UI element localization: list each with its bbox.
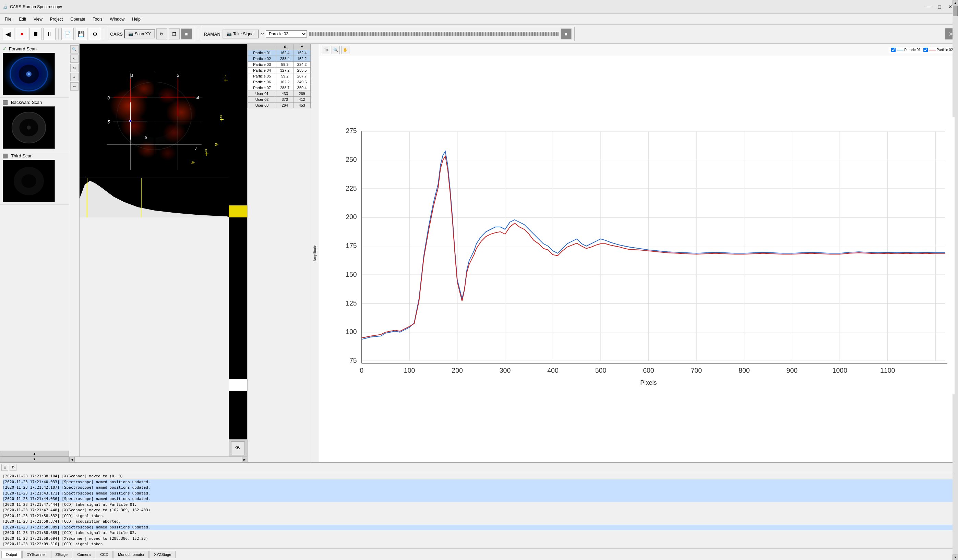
table-row[interactable]: Particle 03 59.3 224.2: [248, 62, 311, 68]
menu-edit[interactable]: Edit: [16, 16, 30, 23]
settings-button[interactable]: ⚙: [89, 28, 101, 40]
menu-file[interactable]: File: [2, 16, 15, 23]
console-filter-button[interactable]: ☰: [2, 464, 8, 471]
table-row[interactable]: Particle 07 288.7 359.4: [248, 85, 311, 91]
content-area: ✓ Forward Scan: [0, 44, 958, 462]
svg-text:75: 75: [349, 357, 357, 364]
tab-ccd[interactable]: CCD: [96, 551, 113, 558]
table-row[interactable]: User 01 433 269: [248, 91, 311, 97]
svg-text:0: 0: [360, 366, 363, 374]
tab-monochromator[interactable]: Monochromator: [114, 551, 149, 558]
side-strip-mid: [229, 217, 247, 379]
svg-text:200: 200: [346, 213, 357, 221]
menu-operate[interactable]: Operate: [67, 16, 89, 23]
table-row[interactable]: User 03 264 453: [248, 103, 311, 108]
scroll-up-button[interactable]: ▲: [0, 451, 69, 457]
particle-y: 224.2: [293, 62, 311, 68]
scroll-right-button[interactable]: ▶: [242, 457, 247, 462]
table-row[interactable]: Particle 04 327.2 255.5: [248, 68, 311, 73]
particle-x: 59.2: [276, 73, 293, 79]
tab-camera[interactable]: Camera: [73, 551, 95, 558]
scan-item-backward[interactable]: Backward Scan: [0, 98, 69, 151]
minimize-button[interactable]: ─: [924, 3, 933, 11]
scan-item-third[interactable]: Third Scan: [0, 151, 69, 205]
zoom-tool-button[interactable]: 🔍: [70, 45, 79, 54]
forward-scan-check: ✓: [3, 46, 7, 51]
draw-tool-button[interactable]: ✏: [70, 82, 79, 90]
table-row[interactable]: Particle 06 162.2 349.5: [248, 79, 311, 85]
legend-particle01-label: Particle 01: [904, 48, 921, 52]
table-row[interactable]: Particle 02 288.4 152.2: [248, 56, 311, 62]
menu-window[interactable]: Window: [107, 16, 128, 23]
console-output[interactable]: [2020-11-23 17:21:38.104] [XYScanner] mo…: [0, 472, 958, 548]
legend-particle02-check[interactable]: [923, 48, 928, 52]
take-signal-button[interactable]: 📷 Take Signal: [222, 30, 259, 38]
image-panel: 🔍 ↖ ⊕ + ✏: [69, 44, 247, 462]
histogram-panel: [79, 178, 229, 217]
raman-stop-button[interactable]: ■: [561, 29, 572, 40]
log-line: [2020-11-23 17:21:58.694] [XYScanner] mo…: [3, 536, 955, 542]
particle-y: 453: [293, 103, 311, 108]
console-settings-button[interactable]: ⚙: [10, 464, 16, 471]
svg-text:Pixels: Pixels: [640, 379, 657, 386]
spec-zoom-button[interactable]: ⊞: [322, 46, 330, 54]
main-scan-image[interactable]: 1 2 3 4 5 6 7 + 1: [79, 44, 229, 178]
svg-point-20: [163, 123, 186, 143]
spec-search-button[interactable]: 🔍: [331, 46, 340, 54]
log-line: [2020-11-23 17:21:42.187] [Spectroscope]…: [3, 485, 955, 491]
svg-text:150: 150: [346, 271, 357, 278]
menu-project[interactable]: Project: [47, 16, 66, 23]
particles-panel: X Y Particle 01 162.4 162.4 Partic: [247, 44, 311, 462]
log-line: [2020-11-23 17:21:58.374] [CCD] acquisit…: [3, 519, 955, 525]
cars-stop-button[interactable]: ■: [181, 29, 192, 40]
svg-text:3: 3: [107, 95, 110, 100]
crosshair-tool-button[interactable]: ⊕: [70, 64, 79, 72]
svg-text:300: 300: [500, 366, 511, 374]
pause-button[interactable]: ⏸: [43, 28, 56, 40]
svg-text:4: 4: [197, 95, 199, 100]
horizontal-scrollbar: [75, 457, 242, 462]
table-row[interactable]: Particle 05 59.2 287.7: [248, 73, 311, 79]
menu-bar: File Edit View Project Operate Tools Win…: [0, 14, 958, 25]
copy-button[interactable]: ❐: [169, 29, 180, 40]
open-button[interactable]: 📄: [61, 28, 74, 40]
svg-text:5: 5: [107, 119, 110, 124]
side-strip-top: [229, 44, 247, 205]
particle-dropdown[interactable]: Particle 01 Particle 02 Particle 03 Part…: [266, 30, 307, 38]
scroll-down-button[interactable]: ▼: [0, 457, 69, 462]
table-row[interactable]: Particle 01 162.4 162.4: [248, 50, 311, 56]
legend-particle01-check[interactable]: [891, 48, 896, 52]
add-tool-button[interactable]: +: [70, 73, 79, 81]
pointer-tool-button[interactable]: ↖: [70, 54, 79, 63]
stop-run-button[interactable]: ⏹: [30, 28, 42, 40]
svg-point-21: [132, 79, 155, 99]
menu-help[interactable]: Help: [128, 16, 144, 23]
save-button[interactable]: 💾: [75, 28, 87, 40]
tab-xyscanner[interactable]: XYScanner: [22, 551, 51, 558]
record-button[interactable]: ●: [16, 28, 28, 40]
maximize-button[interactable]: □: [935, 3, 944, 11]
table-row[interactable]: User 02 370 412: [248, 97, 311, 103]
backward-scan-image: [3, 107, 54, 149]
tab-zstage[interactable]: ZStage: [51, 551, 72, 558]
scroll-left-button[interactable]: ◀: [69, 457, 75, 462]
log-line: [2020-11-23 17:21:44.036] [Spectroscope]…: [3, 496, 955, 502]
menu-tools[interactable]: Tools: [89, 16, 106, 23]
menu-view[interactable]: View: [30, 16, 46, 23]
scan-item-forward[interactable]: ✓ Forward Scan: [0, 44, 69, 98]
svg-text:175: 175: [346, 242, 357, 249]
separator-3: [198, 29, 198, 40]
progress-bar: [309, 32, 558, 36]
particles-scroll[interactable]: X Y Particle 01 162.4 162.4 Partic: [247, 44, 311, 462]
log-line: [2020-11-23 17:21:58.389] [Spectroscope]…: [3, 525, 955, 530]
particle-x: 162.4: [276, 50, 293, 56]
spec-hand-button[interactable]: ✋: [341, 46, 349, 54]
refresh-button[interactable]: ↻: [156, 29, 167, 40]
forward-scan-thumbnail: [3, 53, 55, 95]
tab-xyzstage[interactable]: XYZStage: [149, 551, 176, 558]
tab-output[interactable]: Output: [2, 551, 22, 558]
go-start-button[interactable]: ◀|: [2, 28, 14, 40]
eye-button[interactable]: 👁: [231, 441, 245, 455]
scan-xy-button[interactable]: 📷 Scan XY: [124, 30, 155, 38]
particle-label: Particle 02: [248, 56, 276, 62]
